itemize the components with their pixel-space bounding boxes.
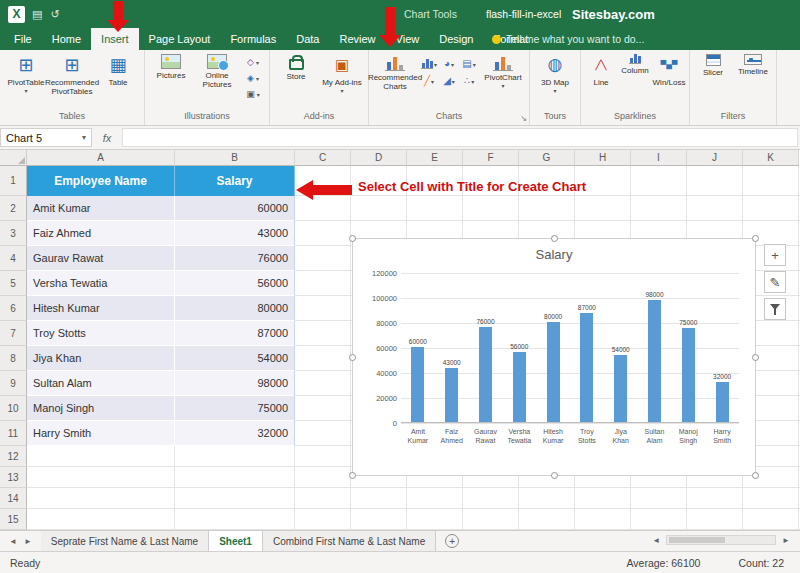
- chart-bar-amit-kumar[interactable]: [411, 347, 424, 422]
- sheet-nav-right-icon[interactable]: ►: [24, 537, 32, 546]
- row-number-14[interactable]: 14: [0, 488, 27, 509]
- column-button[interactable]: Column: [618, 52, 652, 75]
- column-header-b[interactable]: B: [175, 150, 295, 166]
- cell-A10[interactable]: Manoj Singh: [27, 396, 175, 421]
- cell-A11[interactable]: Harry Smith: [27, 421, 175, 446]
- select-all-corner[interactable]: [0, 150, 27, 166]
- formula-input[interactable]: [122, 128, 798, 147]
- cell-A8[interactable]: Jiya Khan: [27, 346, 175, 371]
- recommended-pivottables-button[interactable]: ⊞Recommended PivotTables: [49, 52, 95, 96]
- tell-me-box[interactable]: Tell me what you want to do...: [492, 28, 644, 50]
- my-add-ins-button[interactable]: ▣My Add-ins▾: [319, 52, 365, 95]
- table-header-salary[interactable]: Salary: [175, 166, 295, 196]
- chart-bar-faiz-ahmed[interactable]: [445, 368, 458, 422]
- chart-filters-button[interactable]: [764, 298, 786, 320]
- chart-bar-hitesh-kumar[interactable]: [547, 322, 560, 422]
- row-number-7[interactable]: 7: [0, 321, 27, 346]
- cell-B8[interactable]: 54000: [175, 346, 295, 371]
- tab-page-layout[interactable]: Page Layout: [139, 28, 221, 50]
- cell-B11[interactable]: 32000: [175, 421, 295, 446]
- sheet-tab-sheet1[interactable]: Sheet1: [209, 531, 263, 551]
- row-number-3[interactable]: 3: [0, 221, 27, 246]
- scrollbar-thumb[interactable]: [669, 537, 725, 543]
- column-header-j[interactable]: J: [687, 150, 743, 166]
- name-box[interactable]: Chart 5 ▾: [0, 128, 92, 147]
- pivotchart-button[interactable]: PivotChart▾: [480, 52, 526, 90]
- scroll-right-icon[interactable]: ►: [782, 536, 790, 545]
- cell-A14[interactable]: [27, 488, 175, 509]
- row-number-10[interactable]: 10: [0, 396, 27, 421]
- cell-B15[interactable]: [175, 509, 295, 530]
- line-chart-button[interactable]: ╱▾: [420, 74, 438, 89]
- cell-B2[interactable]: 60000: [175, 196, 295, 221]
- column-header-k[interactable]: K: [743, 150, 799, 166]
- sheet-nav-left-icon[interactable]: ◄: [9, 537, 17, 546]
- cell-B5[interactable]: 56000: [175, 271, 295, 296]
- column-header-e[interactable]: E: [407, 150, 463, 166]
- cell-B7[interactable]: 87000: [175, 321, 295, 346]
- row-number-13[interactable]: 13: [0, 467, 27, 488]
- cell-A3[interactable]: Faiz Ahmed: [27, 221, 175, 246]
- cell-B6[interactable]: 80000: [175, 296, 295, 321]
- row-number-9[interactable]: 9: [0, 371, 27, 396]
- chart-selection-handle[interactable]: [752, 472, 759, 479]
- column-header-g[interactable]: G: [519, 150, 575, 166]
- 3d-map-button[interactable]: ◍3D Map▾: [533, 52, 577, 95]
- cell-B12[interactable]: [175, 446, 295, 467]
- chart-selection-handle[interactable]: [349, 354, 356, 361]
- cell-A15[interactable]: [27, 509, 175, 530]
- chart-styles-button[interactable]: ✎: [764, 271, 786, 293]
- chart-elements-button[interactable]: +: [764, 244, 786, 266]
- chart-bar-troy-stotts[interactable]: [580, 313, 593, 422]
- chart-bar-gaurav-rawat[interactable]: [479, 327, 492, 422]
- column-header-a[interactable]: A: [27, 150, 175, 166]
- slicer-button[interactable]: Slicer: [693, 52, 733, 77]
- cell-A9[interactable]: Sultan Alam: [27, 371, 175, 396]
- dialog-launcher-icon[interactable]: ↘: [520, 114, 527, 123]
- scroll-left-icon[interactable]: ◄: [652, 536, 660, 545]
- cell-A7[interactable]: Troy Stotts: [27, 321, 175, 346]
- chart-selection-handle[interactable]: [349, 235, 356, 242]
- save-icon[interactable]: ▤: [32, 8, 42, 21]
- grid-cells-row-2[interactable]: [295, 196, 800, 221]
- row-number-8[interactable]: 8: [0, 346, 27, 371]
- chart-bar-manoj-singh[interactable]: [682, 328, 695, 422]
- cell-A4[interactable]: Gaurav Rawat: [27, 246, 175, 271]
- fx-icon[interactable]: fx: [92, 126, 122, 149]
- screenshot-button[interactable]: ▣▾: [240, 88, 266, 101]
- tab-design[interactable]: Design: [429, 28, 483, 50]
- column-header-f[interactable]: F: [463, 150, 519, 166]
- chart-bar-jiya-khan[interactable]: [614, 355, 627, 423]
- row-number-5[interactable]: 5: [0, 271, 27, 296]
- cell-B4[interactable]: 76000: [175, 246, 295, 271]
- sheet-tab-combind-first-name-last-name[interactable]: Combind First Name & Last Name: [263, 531, 436, 551]
- column-header-c[interactable]: C: [295, 150, 351, 166]
- embedded-chart[interactable]: Salary 020000400006000080000100000120000…: [352, 238, 756, 476]
- table-button[interactable]: ▦Table: [95, 52, 141, 87]
- chart-selection-handle[interactable]: [752, 235, 759, 242]
- undo-icon[interactable]: ↺: [50, 8, 59, 21]
- cell-B14[interactable]: [175, 488, 295, 509]
- row-number-1[interactable]: 1: [0, 166, 27, 196]
- grid-cells-row-15[interactable]: [295, 509, 800, 530]
- row-number-12[interactable]: 12: [0, 446, 27, 467]
- chart-selection-handle[interactable]: [551, 472, 558, 479]
- chart-bar-harry-smith[interactable]: [716, 382, 729, 422]
- cell-B13[interactable]: [175, 467, 295, 488]
- cell-A5[interactable]: Versha Tewatia: [27, 271, 175, 296]
- cell-A2[interactable]: Amit Kumar: [27, 196, 175, 221]
- cell-B10[interactable]: 75000: [175, 396, 295, 421]
- cell-B9[interactable]: 98000: [175, 371, 295, 396]
- tab-review[interactable]: Review: [329, 28, 385, 50]
- row-number-6[interactable]: 6: [0, 296, 27, 321]
- scrollbar-track[interactable]: [666, 535, 776, 545]
- table-header-employee-name[interactable]: Employee Name: [27, 166, 175, 196]
- row-number-15[interactable]: 15: [0, 509, 27, 530]
- chart-selection-handle[interactable]: [752, 354, 759, 361]
- cell-B3[interactable]: 43000: [175, 221, 295, 246]
- recommended-charts-button[interactable]: Recommended Charts: [372, 52, 418, 91]
- timeline-button[interactable]: Timeline: [733, 52, 773, 76]
- row-number-2[interactable]: 2: [0, 196, 27, 221]
- chart-selection-handle[interactable]: [349, 472, 356, 479]
- line-button[interactable]: ╱╲Line: [584, 52, 618, 87]
